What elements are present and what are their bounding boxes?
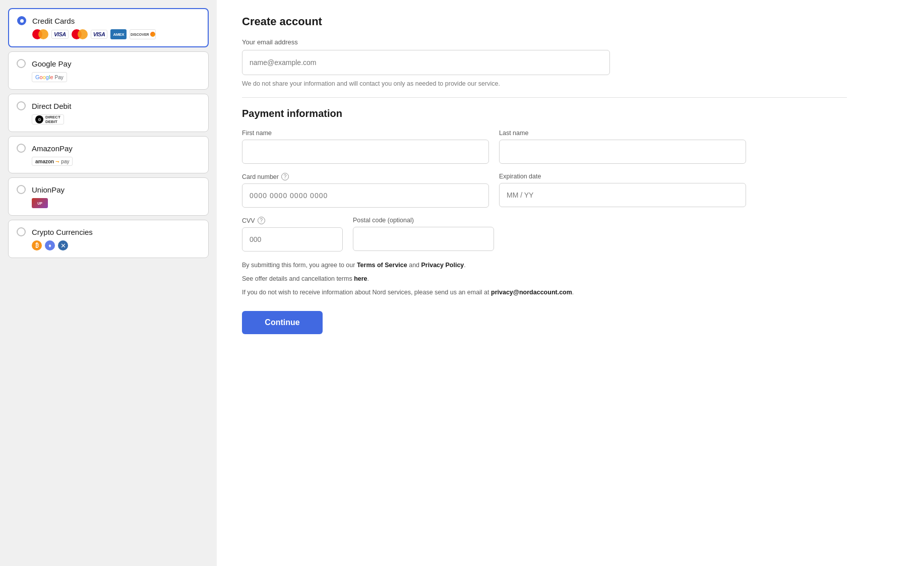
cvv-help-icon[interactable]: ?: [258, 217, 265, 224]
last-name-input[interactable]: [499, 140, 746, 164]
privacy-link[interactable]: Privacy Policy: [421, 262, 464, 269]
card-number-group: Card number ?: [242, 173, 489, 208]
last-name-label: Last name: [499, 130, 746, 137]
discover-icon: DISCOVER: [130, 29, 156, 39]
visa-icon: VISA: [51, 30, 69, 39]
payment-option-google-pay[interactable]: Google Pay Google Pay: [8, 51, 209, 90]
crypto-label: Crypto Currencies: [32, 228, 93, 236]
payment-option-union-pay[interactable]: UnionPay UP: [8, 177, 209, 216]
cvv-input[interactable]: [242, 227, 343, 251]
radio-union-pay[interactable]: [17, 185, 26, 194]
mastercard2-icon: [72, 29, 88, 39]
xrp-icon: ✕: [58, 240, 68, 250]
ethereum-icon: ♦: [45, 240, 55, 250]
card-number-label: Card number ?: [242, 173, 489, 180]
privacy-note: We do not share your information and wil…: [242, 80, 610, 87]
unionpay-icon: UP: [32, 198, 48, 208]
payment-option-crypto[interactable]: Crypto Currencies ₿ ♦ ✕: [8, 220, 209, 258]
credit-card-logos: VISA VISA AMEX DISCOVER: [17, 29, 200, 39]
postal-label: Postal code (optional): [353, 217, 494, 224]
here-link[interactable]: here: [354, 275, 367, 282]
card-number-input[interactable]: [242, 183, 489, 208]
email-label: Your email address: [242, 38, 899, 46]
amazon-pay-label: AmazonPay: [32, 144, 73, 153]
credit-cards-label: Credit Cards: [32, 17, 75, 25]
expiration-label: Expiration date: [499, 173, 746, 180]
union-pay-label: UnionPay: [32, 185, 65, 194]
expiration-group: Expiration date: [499, 173, 746, 208]
radio-amazon-pay[interactable]: [17, 144, 26, 153]
directdebit-icon: ⊙ DIRECTDEBIT: [32, 114, 64, 124]
amazon-pay-logos: amazon ⇁ pay: [17, 157, 200, 166]
radio-credit-cards[interactable]: [17, 16, 26, 25]
bitcoin-icon: ₿: [32, 240, 42, 250]
nordvpn-email-link[interactable]: privacy@nordaccount.com: [491, 289, 572, 296]
name-row: First name Last name: [242, 130, 746, 164]
radio-google-pay[interactable]: [17, 59, 26, 68]
amex-icon: AMEX: [110, 29, 127, 39]
email-input[interactable]: [242, 50, 610, 75]
payment-option-direct-debit[interactable]: Direct Debit ⊙ DIRECTDEBIT: [8, 94, 209, 132]
first-name-input[interactable]: [242, 140, 489, 164]
expiration-input[interactable]: [499, 183, 746, 207]
payment-option-amazon-pay[interactable]: AmazonPay amazon ⇁ pay: [8, 136, 209, 173]
form-panel: Create account Your email address We do …: [217, 0, 924, 566]
card-row: Card number ? Expiration date: [242, 173, 746, 208]
payment-option-credit-cards[interactable]: Credit Cards VISA VISA AMEX DISCOVER: [8, 8, 209, 47]
union-pay-logos: UP: [17, 198, 200, 208]
section-divider: [242, 97, 847, 98]
cvv-group: CVV ?: [242, 217, 343, 251]
terms-link[interactable]: Terms of Service: [357, 262, 407, 269]
last-name-group: Last name: [499, 130, 746, 164]
postal-group: Postal code (optional): [353, 217, 494, 251]
legal-text-2: See offer details and cancellation terms…: [242, 274, 645, 284]
radio-direct-debit[interactable]: [17, 101, 26, 110]
first-name-group: First name: [242, 130, 489, 164]
radio-crypto[interactable]: [17, 227, 26, 236]
page-title: Create account: [242, 15, 899, 28]
crypto-logos: ₿ ♦ ✕: [17, 240, 200, 250]
legal-text-3: If you do not wish to receive informatio…: [242, 288, 645, 297]
visa2-icon: VISA: [91, 30, 108, 39]
cvv-postal-row: CVV ? Postal code (optional): [242, 217, 595, 251]
continue-button[interactable]: Continue: [242, 311, 323, 334]
payment-method-panel: Credit Cards VISA VISA AMEX DISCOVER Goo…: [0, 0, 217, 566]
direct-debit-label: Direct Debit: [32, 102, 71, 110]
cvv-label: CVV ?: [242, 217, 343, 224]
gpay-icon: Google Pay: [32, 72, 67, 82]
mastercard-icon: [32, 29, 48, 39]
direct-debit-logos: ⊙ DIRECTDEBIT: [17, 114, 200, 124]
card-number-help-icon[interactable]: ?: [281, 173, 289, 180]
payment-info-title: Payment information: [242, 108, 899, 119]
postal-input[interactable]: [353, 227, 494, 251]
google-pay-logos: Google Pay: [17, 72, 200, 82]
first-name-label: First name: [242, 130, 489, 137]
amazonpay-icon: amazon ⇁ pay: [32, 157, 73, 166]
legal-text-1: By submitting this form, you agree to ou…: [242, 261, 645, 270]
google-pay-label: Google Pay: [32, 59, 71, 68]
